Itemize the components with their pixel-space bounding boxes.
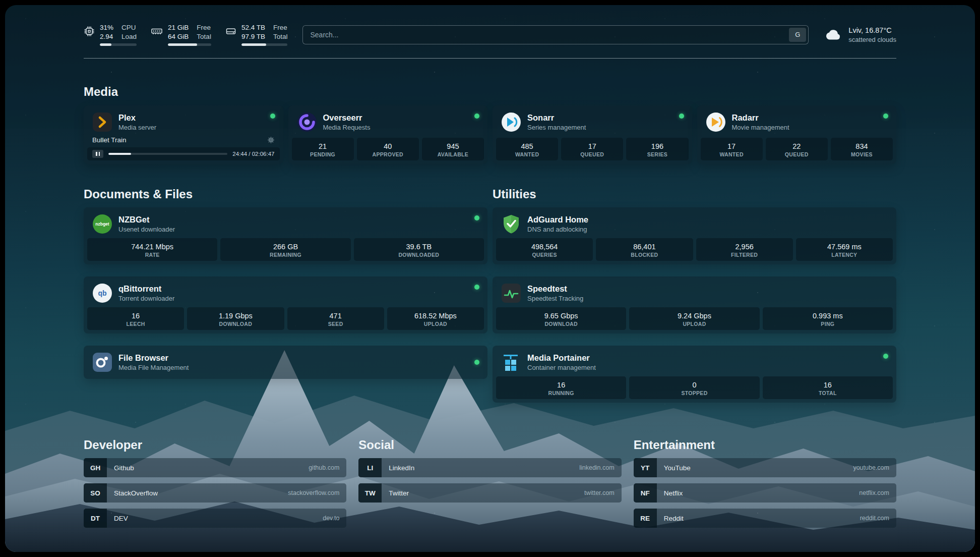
- service-card-portainer[interactable]: Media Portainer Container management 16R…: [493, 346, 896, 403]
- resource-widgets: 31% CPU 2.94 Load 21: [84, 23, 287, 46]
- bookmark-github[interactable]: GH Github github.com: [84, 458, 346, 477]
- disk-total-value: 97.9 TB: [241, 32, 265, 41]
- stat-movies: 834MOVIES: [831, 138, 893, 160]
- service-card-qbittorrent[interactable]: qb qBittorrent Torrent downloader 16LEEC…: [84, 276, 487, 333]
- search-input[interactable]: [302, 25, 809, 44]
- bookmark-name: Github: [107, 458, 309, 477]
- search-bar: G: [302, 25, 809, 44]
- cpu-value: 31%: [100, 23, 113, 32]
- bookmark-domain: twitter.com: [584, 483, 622, 503]
- bookmark-dev[interactable]: DT DEV dev.to: [84, 509, 346, 528]
- cpu-progress-bar: [100, 43, 137, 46]
- status-online-dot: [474, 114, 479, 119]
- bookmark-netflix[interactable]: NF Netflix netflix.com: [634, 483, 896, 503]
- service-description: Usenet downloader: [118, 225, 175, 234]
- stat-queued: 17QUEUED: [561, 138, 623, 160]
- ram-free-value: 21 GiB: [168, 23, 189, 32]
- bookmark-name: Twitter: [382, 483, 584, 503]
- bookmark-group-developer: Developer GH Github github.com SO StackO…: [84, 438, 346, 528]
- disk-progress-bar: [241, 43, 288, 46]
- bookmark-domain: netflix.com: [859, 483, 896, 503]
- disk-free-label: Free: [273, 23, 288, 32]
- service-card-nzbget[interactable]: nzbget NZBGet Usenet downloader 744.21 M…: [84, 207, 487, 264]
- gear-icon[interactable]: [267, 136, 275, 144]
- service-description: Movie management: [732, 123, 789, 132]
- service-card-radarr[interactable]: Radarr Movie management 17WANTED 22QUEUE…: [697, 105, 897, 164]
- bookmark-stackoverflow[interactable]: SO StackOverflow stackoverflow.com: [84, 483, 346, 503]
- bookmark-abbr: DT: [84, 509, 107, 528]
- stat-wanted: 485WANTED: [496, 138, 558, 160]
- bookmark-domain: reddit.com: [860, 509, 896, 528]
- bookmark-name: DEV: [107, 509, 323, 528]
- status-online-dot: [270, 114, 275, 119]
- stat-rate: 744.21 MbpsRATE: [87, 238, 217, 261]
- dashboard-page: 31% CPU 2.94 Load 21: [5, 5, 975, 552]
- stat-filtered: 2,956FILTERED: [696, 238, 793, 261]
- stat-queries: 498,564QUERIES: [496, 238, 593, 261]
- qbittorrent-icon: qb: [92, 283, 112, 303]
- cpu-label: CPU: [121, 23, 137, 32]
- service-description: Container management: [527, 363, 596, 372]
- svg-text:qb: qb: [98, 289, 106, 297]
- service-name: Radarr: [732, 113, 789, 123]
- bookmark-linkedin[interactable]: LI LinkedIn linkedin.com: [358, 458, 621, 477]
- bookmark-name: YouTube: [657, 458, 853, 477]
- section-title-entertainment: Entertainment: [634, 438, 896, 452]
- stat-approved: 40APPROVED: [357, 138, 419, 160]
- service-card-plex[interactable]: Plex Media server Bullet Train: [84, 105, 283, 164]
- bookmark-name: StackOverflow: [107, 483, 288, 503]
- service-name: File Browser: [118, 353, 189, 363]
- stat-queued: 22QUEUED: [766, 138, 828, 160]
- bookmark-abbr: SO: [84, 483, 107, 503]
- disk-icon: [225, 26, 236, 46]
- header-divider: [84, 58, 896, 59]
- svg-text:nzbget: nzbget: [95, 221, 109, 227]
- bookmark-domain: stackoverflow.com: [288, 483, 346, 503]
- overseerr-icon: [297, 112, 317, 132]
- plex-icon: [92, 112, 112, 132]
- filebrowser-icon: [92, 352, 112, 372]
- cpu-load-value: 2.94: [100, 32, 113, 41]
- bookmark-abbr: YT: [634, 458, 657, 477]
- service-description: Media Requests: [323, 123, 371, 132]
- bookmark-reddit[interactable]: RE Reddit reddit.com: [634, 509, 896, 528]
- stat-download: 1.19 GbpsDOWNLOAD: [187, 307, 284, 330]
- search-provider-button[interactable]: G: [789, 28, 806, 42]
- bookmark-group-entertainment: Entertainment YT YouTube youtube.com NF …: [634, 438, 896, 528]
- service-card-filebrowser[interactable]: File Browser Media File Management: [84, 346, 487, 379]
- service-card-adguard[interactable]: AdGuard Home DNS and adblocking 498,564Q…: [493, 207, 896, 264]
- stat-pending: 21PENDING: [292, 138, 354, 160]
- cloud-icon: [824, 28, 842, 41]
- stat-upload: 9.24 GbpsUPLOAD: [629, 307, 759, 330]
- stat-available: 945AVAILABLE: [422, 138, 484, 160]
- service-name: qBittorrent: [118, 284, 174, 294]
- pause-button[interactable]: [92, 150, 103, 158]
- disk-widget: 52.4 TB Free 97.9 TB Total: [225, 23, 288, 46]
- service-card-sonarr[interactable]: Sonarr Series management 485WANTED 17QUE…: [493, 105, 692, 164]
- adguard-icon: [501, 214, 521, 234]
- bookmark-domain: linkedin.com: [579, 458, 621, 477]
- bookmark-abbr: TW: [358, 483, 382, 503]
- service-card-overseerr[interactable]: Overseerr Media Requests 21PENDING 40APP…: [288, 105, 488, 164]
- weather-condition: scattered clouds: [848, 35, 896, 44]
- status-online-dot: [474, 215, 479, 220]
- service-name: Speedtest: [527, 284, 583, 294]
- bookmark-abbr: GH: [84, 458, 107, 477]
- bookmark-youtube[interactable]: YT YouTube youtube.com: [634, 458, 896, 477]
- service-description: Speedtest Tracking: [527, 294, 583, 303]
- portainer-icon: [501, 352, 521, 372]
- bookmark-twitter[interactable]: TW Twitter twitter.com: [358, 483, 621, 503]
- ram-total-value: 64 GiB: [168, 32, 189, 41]
- playback-progress-bar[interactable]: [108, 153, 227, 155]
- service-card-speedtest[interactable]: Speedtest Speedtest Tracking 9.65 GbpsDO…: [493, 276, 896, 333]
- bookmark-abbr: LI: [358, 458, 382, 477]
- stat-seed: 471SEED: [287, 307, 384, 330]
- sonarr-icon: [501, 112, 521, 132]
- service-description: DNS and adblocking: [527, 225, 588, 234]
- stat-total: 16TOTAL: [763, 376, 893, 399]
- cpu-icon: [84, 26, 95, 46]
- stat-series: 196SERIES: [626, 138, 688, 160]
- bookmark-abbr: NF: [634, 483, 657, 503]
- speedtest-icon: [501, 283, 521, 303]
- memory-widget: 21 GiB Free 64 GiB Total: [151, 23, 211, 46]
